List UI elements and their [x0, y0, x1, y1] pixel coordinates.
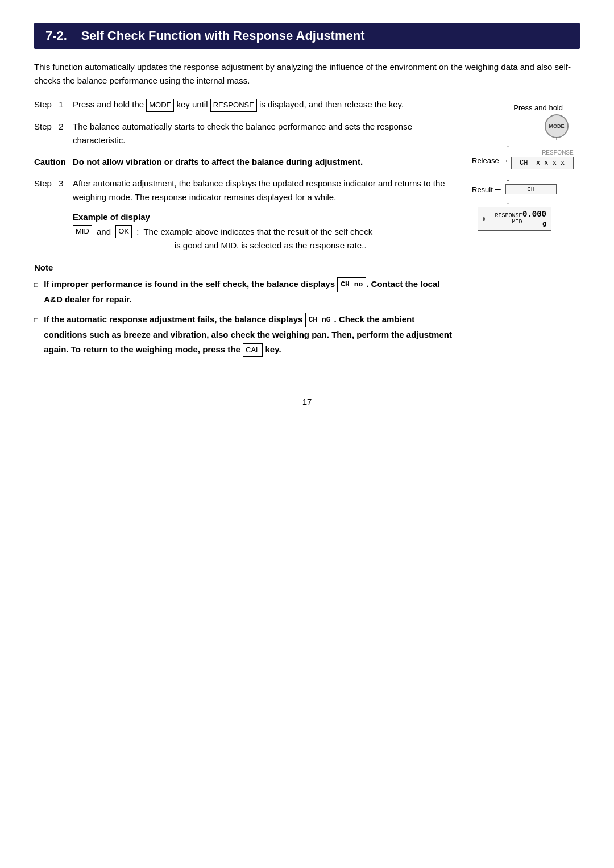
- cal-key: CAL: [243, 343, 263, 357]
- section-number: 7-2.: [45, 28, 67, 43]
- final-display: RESPONSE MID 0.000 g: [478, 207, 551, 231]
- note-item-2: □ If the automatic response adjustment f…: [34, 312, 455, 357]
- step-1-label: Step 1: [34, 98, 68, 112]
- response-indicator-label: RESPONSE: [511, 149, 574, 156]
- step-3-text: After automatic adjustment, the balance …: [73, 177, 455, 204]
- caution-label: Caution: [34, 155, 68, 169]
- response-mid-label: RESPONSE MID: [491, 213, 522, 225]
- step-2: Step 2 The balance automatically starts …: [34, 120, 455, 147]
- result-label: Result: [472, 185, 493, 194]
- steps-area: Step 1 Press and hold the MODE key until…: [34, 98, 455, 363]
- ch-display: CH: [505, 184, 557, 194]
- result-arrow: ─: [495, 185, 501, 194]
- note-label: Note: [34, 263, 455, 272]
- step-2-label: Step 2: [34, 120, 68, 147]
- example-title: Example of display: [73, 212, 455, 222]
- example-and: and: [94, 225, 113, 239]
- ch-no-display: CH no: [337, 277, 366, 292]
- note-section: Note □ If improper performance is found …: [34, 263, 455, 357]
- step-1: Step 1 Press and hold the MODE key until…: [34, 98, 455, 112]
- diagram-area: Press and hold MODE ↓ Release → RESPONSE…: [466, 98, 580, 363]
- diagram-arrow-1: ↓: [472, 139, 574, 148]
- press-hold-label: Press and hold: [472, 103, 574, 112]
- diagram-arrow-3: ↓: [472, 197, 574, 206]
- response-key: RESPONSE: [210, 99, 257, 112]
- release-displays: RESPONSE CH x x x x: [511, 149, 574, 172]
- release-arrow: →: [501, 156, 509, 165]
- mode-button-wrap: MODE: [472, 114, 574, 138]
- section-title: Self Check Function with Response Adjust…: [81, 28, 364, 43]
- diagram-arrow-2: ↓: [472, 174, 574, 183]
- note-bullet-1: □: [34, 279, 38, 307]
- ok-key: OK: [115, 225, 132, 238]
- step-2-text: The balance automatically starts to chec…: [73, 120, 455, 147]
- final-display-wrap: RESPONSE MID 0.000 g: [478, 207, 574, 231]
- note-bullet-2: □: [34, 314, 38, 357]
- example-text: : The example above indicates that the r…: [134, 225, 372, 252]
- ch-ng-display: CH nG: [305, 313, 334, 327]
- result-row: Result ─ CH: [472, 184, 574, 194]
- section-header: 7-2. Self Check Function with Response A…: [34, 23, 580, 49]
- step-3-label: Step 3: [34, 177, 68, 204]
- mode-label: MODE: [549, 123, 565, 129]
- page-number: 17: [34, 397, 580, 406]
- content-area: Step 1 Press and hold the MODE key until…: [34, 98, 580, 363]
- diagram-container: Press and hold MODE ↓ Release → RESPONSE…: [472, 103, 574, 231]
- note-item-1: □ If improper performance is found in th…: [34, 277, 455, 307]
- example-row: MID and OK : The example above indicates…: [73, 225, 455, 252]
- example-section: Example of display MID and OK : The exam…: [73, 212, 455, 252]
- release-row: Release → RESPONSE CH x x x x: [472, 149, 574, 172]
- intro-paragraph: This function automatically updates the …: [34, 60, 580, 88]
- step-3: Step 3 After automatic adjustment, the b…: [34, 177, 455, 204]
- caution-text: Do not allow vibration or drafts to affe…: [73, 155, 455, 169]
- release-label: Release: [472, 156, 499, 165]
- response-dot: [483, 217, 485, 221]
- caution-row: Caution Do not allow vibration or drafts…: [34, 155, 455, 169]
- final-display-inner: RESPONSE MID: [483, 213, 522, 225]
- weight-display: 0.000 g: [522, 210, 546, 228]
- note-text-2: If the automatic response adjustment fai…: [44, 312, 455, 357]
- mode-key: MODE: [146, 99, 174, 112]
- mid-key: MID: [73, 225, 92, 238]
- step-1-text: Press and hold the MODE key until RESPON…: [73, 98, 455, 112]
- ch-xxxx-display: CH x x x x: [511, 157, 574, 169]
- note-text-1: If improper performance is found in the …: [44, 277, 455, 307]
- mode-button: MODE: [545, 114, 569, 138]
